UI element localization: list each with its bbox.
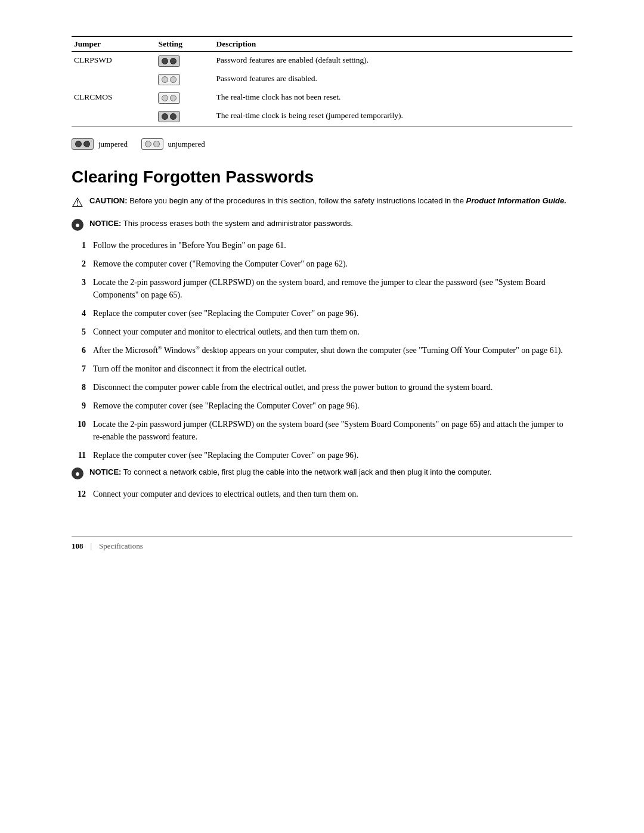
page-number: 108 [72,541,83,551]
list-item: 11 Replace the computer cover (see "Repl… [72,449,572,462]
legend-unjumpered-icon [141,138,163,150]
list-item: 8 Disconnect the computer power cable fr… [72,381,572,394]
unjumpered-icon [158,74,180,85]
jumpered-icon [158,55,180,67]
step-content: Connect your computer and devices to ele… [93,488,572,500]
caution-body: Before you begin any of the procedures i… [129,196,466,205]
footer-separator: | [91,541,92,551]
step-content: Replace the computer cover (see "Replaci… [93,307,572,320]
step-number: 4 [72,307,86,320]
jumper-description: Password features are disabled. [214,70,572,89]
step-number: 10 [72,418,86,443]
jumper-description: The real-time clock has not been reset. [214,89,572,107]
pin-left [162,76,168,83]
step-content: Remove the computer cover ("Removing the… [93,258,572,270]
caution-guide: Product Information Guide. [466,196,566,205]
list-item: 5 Connect your computer and monitor to e… [72,326,572,338]
table-legend: jumpered unjumpered [72,138,572,150]
step-number: 8 [72,381,86,394]
notice-text-1: NOTICE: This process erases both the sys… [89,219,353,228]
jumper-setting-icon [156,107,213,126]
notice-block-2: ● NOTICE: To connect a network cable, fi… [72,467,572,479]
step-content: Locate the 2-pin password jumper (CLRPSW… [93,276,572,301]
pin-right [170,58,177,64]
table-header-setting: Setting [156,36,213,52]
legend-jumpered-icon [72,138,94,150]
pin-right [170,76,177,83]
table-row: Password features are disabled. [72,70,572,89]
pin-left [162,95,168,101]
step-number: 3 [72,276,86,301]
page-footer: 108 | Specifications [72,536,572,551]
step-number: 12 [72,488,86,500]
table-row: The real-time clock is being reset (jump… [72,107,572,126]
step-number: 2 [72,258,86,270]
list-item: 7 Turn off the monitor and disconnect it… [72,363,572,375]
table-header-jumper: Jumper [72,36,156,52]
notice-body-2-text: To connect a network cable, first plug t… [123,467,492,476]
table-header-description: Description [214,36,572,52]
caution-block: ⚠ CAUTION: Before you begin any of the p… [72,196,572,210]
list-item: 9 Remove the computer cover (see "Replac… [72,400,572,412]
table-row: CLRCMOS The real-time clock has not been… [72,89,572,107]
pin-right [153,141,160,147]
step-number: 9 [72,400,86,412]
step-number: 1 [72,239,86,252]
step-number: 7 [72,363,86,375]
list-item: 4 Replace the computer cover (see "Repla… [72,307,572,320]
jumper-description: Password features are enabled (default s… [214,52,572,71]
list-item: 1 Follow the procedures in "Before You B… [72,239,572,252]
list-item: 10 Locate the 2-pin password jumper (CLR… [72,418,572,443]
notice-body-1-text: This process erases both the system and … [123,219,353,228]
legend-jumpered-label: jumpered [98,140,128,149]
pin-right [170,113,177,120]
notice-label-2: NOTICE: [89,467,121,476]
pin-left [162,113,168,120]
jumpered-icon [158,111,180,122]
pin-right [83,141,90,147]
caution-text: CAUTION: Before you begin any of the pro… [89,196,566,205]
notice-block-1: ● NOTICE: This process erases both the s… [72,219,572,231]
footer-section-name: Specifications [99,541,143,551]
step-content: After the Microsoft® Windows® desktop ap… [93,344,572,357]
pin-left [75,141,82,147]
step-content: Remove the computer cover (see "Replacin… [93,400,572,412]
step-content: Disconnect the computer power cable from… [93,381,572,394]
pin-right [170,95,177,101]
step-number: 5 [72,326,86,338]
notice-icon-2: ● [72,467,83,479]
jumper-setting-icon [156,52,213,71]
step-number: 6 [72,344,86,357]
steps-list-2: 12 Connect your computer and devices to … [72,488,572,500]
step-content: Follow the procedures in "Before You Beg… [93,239,572,252]
list-item: 2 Remove the computer cover ("Removing t… [72,258,572,270]
step-content: Replace the computer cover (see "Replaci… [93,449,572,462]
notice-icon: ● [72,219,83,231]
caution-icon: ⚠ [72,195,83,210]
list-item: 6 After the Microsoft® Windows® desktop … [72,344,572,357]
caution-label: CAUTION: [89,196,128,205]
step-content: Connect your computer and monitor to ele… [93,326,572,338]
step-content: Turn off the monitor and disconnect it f… [93,363,572,375]
section-heading: Clearing Forgotten Passwords [72,168,572,187]
jumper-name [72,70,156,89]
steps-list: 1 Follow the procedures in "Before You B… [72,239,572,462]
notice-label-1: NOTICE: [89,219,121,228]
jumper-name: CLRPSWD [72,52,156,71]
jumper-name [72,107,156,126]
jumper-name: CLRCMOS [72,89,156,107]
list-item: 12 Connect your computer and devices to … [72,488,572,500]
jumper-table: Jumper Setting Description CLRPSWD Passw… [72,36,572,126]
legend-unjumpered-label: unjumpered [168,140,205,149]
jumper-setting-icon [156,70,213,89]
step-number: 11 [72,449,86,462]
pin-left [145,141,151,147]
notice-text-2: NOTICE: To connect a network cable, firs… [89,467,492,476]
jumper-setting-icon [156,89,213,107]
step-content: Locate the 2-pin password jumper (CLRPSW… [93,418,572,443]
list-item: 3 Locate the 2-pin password jumper (CLRP… [72,276,572,301]
jumper-description: The real-time clock is being reset (jump… [214,107,572,126]
table-row: CLRPSWD Password features are enabled (d… [72,52,572,71]
pin-left [162,58,168,64]
unjumpered-icon [158,92,180,104]
